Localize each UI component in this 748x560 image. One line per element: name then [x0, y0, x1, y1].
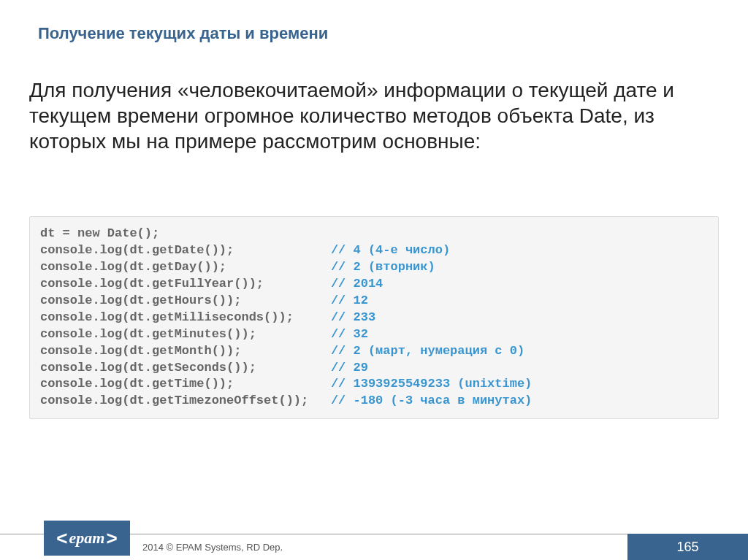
code-text: console.log(dt.getDate()); — [40, 243, 234, 257]
code-pad — [234, 243, 331, 257]
code-line: console.log(dt.getFullYear()); // 2014 — [40, 276, 708, 293]
code-comment: // 29 — [331, 361, 368, 375]
slide-heading: Получение текущих даты и времени — [38, 24, 328, 43]
code-comment: // 1393925549233 (unixtime) — [331, 377, 532, 391]
code-pad — [294, 310, 331, 324]
logo-word: epam — [68, 530, 107, 546]
code-comment: // 2 (март, нумерация с 0) — [331, 344, 524, 358]
code-pad — [226, 260, 331, 274]
code-line: console.log(dt.getMinutes()); // 32 — [40, 326, 708, 343]
code-comment: // 2014 — [331, 277, 383, 291]
code-block: dt = new Date();console.log(dt.getDate()… — [29, 216, 719, 419]
code-text: console.log(dt.getMinutes()); — [40, 327, 256, 341]
slide-body-text: Для получения «человекочитаемой» информа… — [29, 77, 719, 154]
code-pad — [256, 327, 331, 341]
code-text: console.log(dt.getMilliseconds()); — [40, 310, 294, 324]
code-text: console.log(dt.getDay()); — [40, 260, 226, 274]
code-pad — [256, 361, 331, 375]
code-line: console.log(dt.getMilliseconds()); // 23… — [40, 310, 708, 326]
code-text: console.log(dt.getFullYear()); — [40, 277, 264, 291]
code-pad — [241, 344, 330, 358]
code-line: console.log(dt.getDate()); // 4 (4-е чис… — [40, 242, 708, 259]
code-line: console.log(dt.getHours()); // 12 — [40, 293, 708, 310]
code-pad — [264, 277, 331, 291]
code-comment: // 12 — [331, 294, 368, 307]
code-text: console.log(dt.getHours()); — [40, 294, 241, 307]
code-comment: // 4 (4-е число) — [331, 243, 450, 257]
footer-copyright: 2014 © EPAM Systems, RD Dep. — [142, 542, 283, 553]
code-comment: // 2 (вторник) — [331, 260, 435, 274]
code-line: console.log(dt.getMonth()); // 2 (март, … — [40, 343, 708, 360]
code-pad — [308, 394, 331, 407]
code-pad — [241, 294, 330, 307]
epam-logo: < epam > — [44, 521, 130, 556]
code-line: console.log(dt.getTime()); // 1393925549… — [40, 376, 708, 393]
code-line: dt = new Date(); — [40, 226, 708, 242]
code-comment: // -180 (-3 часа в минутах) — [331, 394, 532, 407]
code-text: console.log(dt.getTimezoneOffset()); — [40, 394, 308, 407]
footer-page-number: 165 — [627, 534, 748, 560]
code-line: console.log(dt.getTimezoneOffset()); // … — [40, 393, 708, 410]
code-text: console.log(dt.getTime()); — [40, 377, 234, 391]
code-text: dt = new Date(); — [40, 226, 159, 240]
logo-left-bracket: < — [56, 529, 67, 548]
code-comment: // 233 — [331, 310, 375, 324]
logo-right-bracket: > — [106, 529, 117, 548]
code-text: console.log(dt.getMonth()); — [40, 344, 241, 358]
slide: Получение текущих даты и времени Для пол… — [0, 0, 748, 560]
code-line: console.log(dt.getDay()); // 2 (вторник) — [40, 259, 708, 276]
code-pad — [234, 377, 331, 391]
code-comment: // 32 — [331, 327, 368, 341]
code-text: console.log(dt.getSeconds()); — [40, 361, 256, 375]
code-line: console.log(dt.getSeconds()); // 29 — [40, 360, 708, 377]
